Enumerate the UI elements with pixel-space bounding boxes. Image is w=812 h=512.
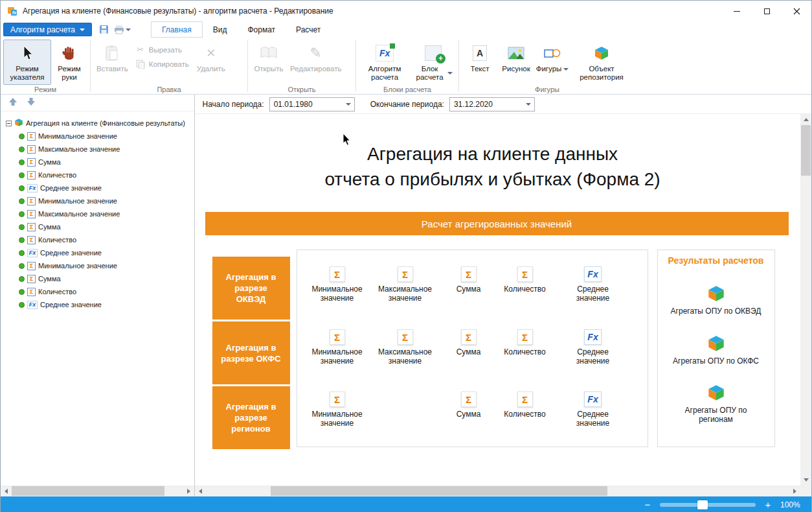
banner-block[interactable]: Расчет агрегированных значений [205,212,789,235]
block-count-regions[interactable]: ΣКоличество [493,391,558,419]
paste-button[interactable]: Вставить [93,40,131,85]
tree-horizontal-scrollbar[interactable] [1,485,194,496]
scroll-right-button[interactable] [183,485,194,496]
picture-icon [508,43,524,64]
tab-glavnaya[interactable]: Главная [151,21,203,38]
delete-button[interactable]: ✕ Удалить [193,40,229,85]
diagram-canvas[interactable]: Агрегация на клиенте данных отчета о при… [195,114,811,485]
tree-item-13[interactable]: ΣКоличество [1,285,194,298]
scroll-thumb[interactable] [271,486,607,496]
block-max-okfs[interactable]: ΣМаксимальное значение [373,329,438,366]
result-okfs[interactable]: Агрегаты ОПУ по ОКФС [671,334,761,366]
scroll-left-button[interactable] [195,485,206,496]
minimize-button[interactable] [722,1,752,21]
tab-vid[interactable]: Вид [203,21,238,38]
open-button[interactable]: Открыть [251,40,287,85]
tree-item-11[interactable]: ΣМинимальное значение [1,259,194,272]
block-min-regions[interactable]: ΣМинимальное значение [305,391,370,428]
tree-item-2[interactable]: ΣМаксимальное значение [1,143,194,156]
scroll-down-button[interactable] [800,474,811,485]
tree-root[interactable]: Агрегация на клиенте (Финансовые результ… [1,117,194,130]
group-block-regions[interactable]: Агрегация в разрезе регионов [212,386,290,449]
block-min-okfs[interactable]: ΣМинимальное значение [305,329,370,366]
tree-item-14[interactable]: FxСреднее значение [1,298,194,311]
tree-item-label: Сумма [38,223,61,231]
tab-raschet[interactable]: Расчет [286,21,331,38]
tree-item-10[interactable]: FxСреднее значение [1,246,194,259]
period-end-select[interactable]: 31.12.2020 [449,97,535,111]
tree-item-3[interactable]: ΣСумма [1,156,194,169]
maximize-button[interactable] [752,1,782,21]
ribbon-tab-row: Алгоритм расчета Главная Вид Формат Расч… [1,21,811,38]
picture-shape-button[interactable]: Рисунок [498,40,534,85]
save-button[interactable] [97,25,111,34]
zoom-slider-thumb[interactable] [697,500,708,509]
sigma-icon: Σ [27,171,36,180]
status-dot-icon [19,289,25,295]
scroll-left-button[interactable] [1,485,12,496]
block-sum-okfs[interactable]: ΣСумма [436,329,501,356]
print-button[interactable] [112,25,133,34]
hand-mode-button[interactable]: Режим руки [51,40,87,85]
main-area: Агрегация на клиенте (Финансовые результ… [1,95,811,496]
scroll-thumb[interactable] [12,486,164,496]
sigma-icon: Σ [517,391,533,407]
group-block-okfs[interactable]: Агрегация в разрезе ОКФС [212,321,290,384]
tree-item-5[interactable]: FxСреднее значение [1,181,194,194]
clipboard-icon [105,43,119,64]
sigma-icon: Σ [330,266,345,282]
collapse-icon[interactable] [6,121,12,126]
period-start-select[interactable]: 01.01.1980 [269,97,355,111]
block-sum-regions[interactable]: ΣСумма [436,391,501,419]
text-shape-button[interactable]: A Текст [462,40,498,85]
block-label: Максимальное значение [373,347,438,366]
close-button[interactable] [782,1,811,21]
tree-item-8[interactable]: ΣСумма [1,220,194,233]
chevron-down-icon [563,68,569,71]
group-block-okved[interactable]: Агрегация в разрезе ОКВЭД [212,257,290,320]
block-sum-okved[interactable]: ΣСумма [436,266,501,294]
repository-object-button[interactable]: Объект репозитория [570,40,633,85]
tree-item-6[interactable]: ΣМинимальное значение [1,194,194,207]
block-max-okved[interactable]: ΣМаксимальное значение [373,266,438,303]
result-okved[interactable]: Агрегаты ОПУ по ОКВЭД [671,285,761,316]
book-icon [260,43,278,64]
block-avg-okfs[interactable]: FxСреднее значение [561,329,626,366]
cut-button[interactable]: ✂ Вырезать [135,45,189,54]
canvas-vertical-scrollbar[interactable] [800,114,811,485]
zoom-out-button[interactable]: − [643,499,652,510]
zoom-slider-track[interactable] [660,503,756,507]
algorithm-block-button[interactable]: Fx Алгоритм расчета [359,40,411,85]
tree-item-7[interactable]: ΣМаксимальное значение [1,207,194,220]
edit-shape-button[interactable]: ✎ Редактировать [287,40,344,85]
calc-block-button[interactable]: + Блок расчета [411,40,456,85]
scroll-up-button[interactable] [800,114,811,125]
result-regions[interactable]: Агрегаты ОПУ по регионам [671,384,761,424]
scroll-thumb[interactable] [801,125,811,176]
algorithm-tree: Агрегация на клиенте (Финансовые результ… [1,111,194,311]
algorithm-menu-button[interactable]: Алгоритм расчета [3,23,92,36]
move-down-button[interactable] [27,97,36,109]
block-avg-okved[interactable]: FxСреднее значение [561,266,626,303]
copy-button[interactable]: Копировать [135,60,189,69]
move-up-button[interactable] [8,97,17,109]
shapes-button[interactable]: Фигуры [534,40,570,85]
zoom-in-button[interactable]: + [763,499,773,510]
block-avg-regions[interactable]: FxСреднее значение [561,391,626,428]
canvas-horizontal-scrollbar[interactable] [195,485,811,496]
tree-item-12[interactable]: ΣСумма [1,272,194,285]
sigma-icon: Σ [27,132,36,141]
print-icon [114,25,124,34]
block-min-okved[interactable]: ΣМинимальное значение [305,266,370,303]
tree-item-label: Максимальное значение [38,145,120,153]
block-count-okfs[interactable]: ΣКоличество [493,329,558,356]
tree-item-1[interactable]: ΣМинимальное значение [1,130,194,143]
tab-format[interactable]: Формат [237,21,286,38]
scroll-right-button[interactable] [789,485,800,496]
block-count-okved[interactable]: ΣКоличество [493,266,558,294]
tree-item-4[interactable]: ΣКоличество [1,169,194,181]
zoom-slider[interactable] [660,499,756,511]
status-dot-icon [19,250,25,256]
tree-item-9[interactable]: ΣКоличество [1,233,194,246]
pointer-mode-button[interactable]: Режим указателя [3,40,51,85]
